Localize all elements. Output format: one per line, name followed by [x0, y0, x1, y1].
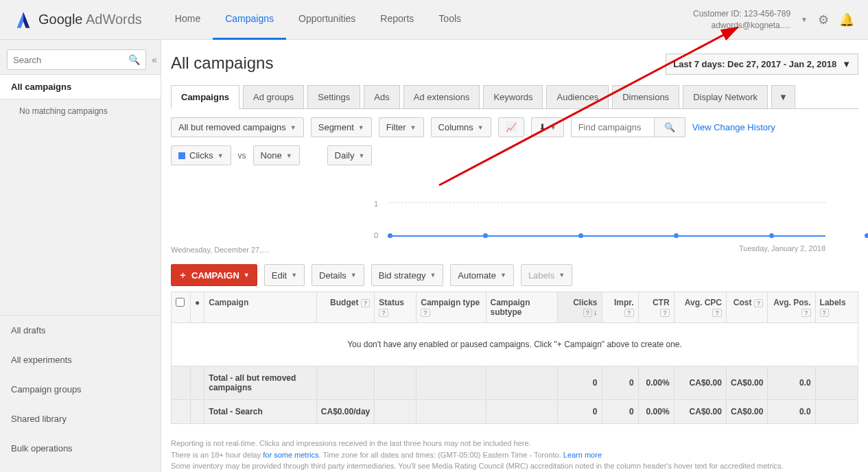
learn-more-link[interactable]: Learn more	[563, 451, 602, 459]
th-type[interactable]: Campaign type ?	[417, 292, 486, 323]
empty-state-message: You don't have any enabled or paused cam…	[172, 323, 858, 366]
chevron-down-icon: ▼	[842, 59, 851, 69]
th-budget[interactable]: Budget ?	[316, 292, 374, 323]
tab-ads[interactable]: Ads	[364, 85, 399, 108]
find-search-icon[interactable]: 🔍	[654, 118, 685, 137]
logo[interactable]: Google AdWords	[14, 10, 142, 30]
account-info: Customer ID: 123-456-789 adwords@kogneta…	[693, 8, 790, 32]
tab-display-network[interactable]: Display Network	[683, 85, 768, 108]
sidebar-bulk-operations[interactable]: Bulk operations	[0, 434, 161, 463]
chart: 1 0	[171, 175, 858, 240]
logo-text: Google AdWords	[38, 12, 142, 27]
tab-dimensions[interactable]: Dimensions	[612, 85, 679, 108]
nav-home[interactable]: Home	[163, 0, 213, 40]
th-ctr[interactable]: CTR ?	[638, 292, 674, 323]
th-impr[interactable]: Impr. ?	[602, 292, 638, 323]
chart-start-date: Wednesday, December 27,…	[171, 246, 269, 254]
find-campaigns-input[interactable]	[572, 118, 654, 137]
sidebar-all-drafts[interactable]: All drafts	[0, 316, 161, 345]
th-cost[interactable]: Cost ?	[726, 292, 767, 323]
tab-ad-extensions[interactable]: Ad extensions	[403, 85, 480, 108]
sidebar-shared-library[interactable]: Shared library	[0, 404, 161, 434]
total-row-removed: Total - all but removed campaigns 0 0 0.…	[172, 366, 858, 400]
collapse-sidebar-icon[interactable]: «	[152, 54, 157, 65]
th-campaign[interactable]: Campaign	[204, 292, 317, 323]
main-nav: Home Campaigns Opportunities Reports Too…	[163, 0, 473, 40]
tab-keywords[interactable]: Keywords	[483, 85, 543, 108]
subtabs: Campaigns Ad groups Settings Ads Ad exte…	[171, 85, 858, 109]
chart-icon-button[interactable]: 📈	[498, 117, 524, 137]
adwords-logo-icon	[14, 10, 33, 30]
sidebar-campaign-groups[interactable]: Campaign groups	[0, 375, 161, 404]
vs-label: vs	[238, 151, 246, 161]
account-email: adwords@kogneta.…	[693, 20, 790, 32]
account-dropdown-icon[interactable]: ▼	[801, 16, 808, 23]
granularity-selector[interactable]: Daily▼	[327, 145, 373, 165]
date-range-label: Last 7 days: Dec 27, 2017 - Jan 2, 2018	[673, 59, 836, 69]
th-labels[interactable]: Labels ?	[815, 292, 858, 323]
chart-y-0: 0	[374, 231, 378, 239]
status-dot-header: ●	[191, 292, 204, 323]
th-avg-pos[interactable]: Avg. Pos. ?	[768, 292, 815, 323]
th-avg-cpc[interactable]: Avg. CPC ?	[674, 292, 726, 323]
th-subtype[interactable]: Campaign subtype	[486, 292, 557, 323]
chart-y-1: 1	[374, 200, 378, 208]
th-clicks[interactable]: Clicks ?↓	[557, 292, 602, 323]
new-campaign-button[interactable]: ＋CAMPAIGN▼	[171, 264, 257, 286]
tab-settings[interactable]: Settings	[307, 85, 360, 108]
sidebar-search[interactable]: 🔍	[7, 49, 146, 70]
view-change-history-link[interactable]: View Change History	[692, 122, 775, 132]
chart-end-date: Tuesday, January 2, 2018	[739, 244, 825, 252]
sidebar-search-input[interactable]	[13, 55, 128, 65]
th-status[interactable]: Status ?	[375, 292, 417, 323]
tab-ad-groups[interactable]: Ad groups	[243, 85, 304, 108]
compare-selector[interactable]: None▼	[253, 145, 300, 165]
select-all-checkbox[interactable]	[176, 298, 185, 307]
sidebar-labels[interactable]: Labels	[0, 463, 161, 472]
download-button[interactable]: ⬇▼	[531, 117, 564, 137]
tab-campaigns[interactable]: Campaigns	[171, 85, 239, 109]
nav-tools[interactable]: Tools	[426, 0, 473, 40]
campaign-status-filter[interactable]: All but removed campaigns▼	[171, 117, 304, 137]
edit-button[interactable]: Edit▼	[264, 264, 305, 286]
bell-icon[interactable]: 🔔	[839, 12, 854, 27]
labels-button[interactable]: Labels▼	[521, 264, 572, 286]
nav-opportunities[interactable]: Opportunities	[286, 0, 368, 40]
bid-strategy-button[interactable]: Bid strategy▼	[371, 264, 444, 286]
date-range-selector[interactable]: Last 7 days: Dec 27, 2017 - Jan 2, 2018 …	[666, 54, 858, 75]
top-header: Google AdWords Home Campaigns Opportunit…	[0, 0, 868, 40]
segment-button[interactable]: Segment▼	[311, 117, 372, 137]
campaigns-table: ● Campaign Budget ? Status ? Campaign ty…	[171, 292, 858, 424]
sidebar: 🔍 « All campaigns No matching campaigns …	[0, 40, 161, 472]
find-campaigns[interactable]: 🔍	[571, 117, 685, 137]
metric-selector[interactable]: Clicks▼	[171, 145, 231, 165]
footer-disclaimer: Reporting is not real-time. Clicks and i…	[171, 438, 858, 472]
nav-campaigns[interactable]: Campaigns	[213, 0, 286, 40]
details-button[interactable]: Details▼	[312, 264, 364, 286]
sidebar-all-campaigns[interactable]: All campaigns	[0, 74, 161, 99]
gear-icon[interactable]: ⚙	[818, 12, 829, 27]
sidebar-no-matching: No matching campaigns	[0, 99, 161, 123]
search-icon: 🔍	[128, 54, 140, 65]
customer-id: Customer ID: 123-456-789	[693, 8, 790, 20]
automate-button[interactable]: Automate▼	[450, 264, 514, 286]
total-row-search: Total - Search CA$0.00/day 0 0 0.00% CA$…	[172, 400, 858, 424]
sidebar-all-experiments[interactable]: All experiments	[0, 345, 161, 375]
filter-button[interactable]: Filter▼	[379, 117, 424, 137]
some-metrics-link[interactable]: for some metrics	[263, 451, 318, 459]
nav-reports[interactable]: Reports	[368, 0, 426, 40]
main-content: Last 7 days: Dec 27, 2017 - Jan 2, 2018 …	[161, 40, 868, 472]
tab-overflow[interactable]: ▼	[771, 85, 795, 108]
columns-button[interactable]: Columns▼	[431, 117, 491, 137]
tab-audiences[interactable]: Audiences	[546, 85, 609, 108]
